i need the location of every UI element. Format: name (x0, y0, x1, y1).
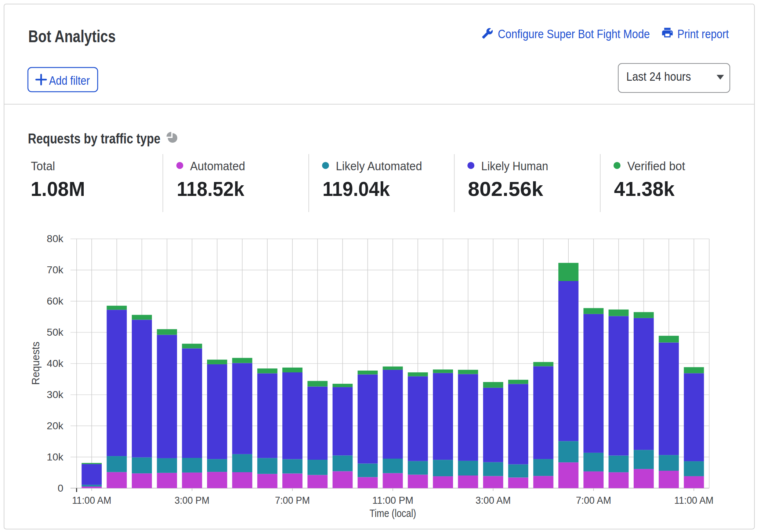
svg-text:11:00 AM: 11:00 AM (674, 495, 714, 506)
svg-text:Requests: Requests (29, 342, 41, 385)
svg-text:41.38k: 41.38k (614, 178, 675, 200)
svg-text:118.52k: 118.52k (177, 178, 245, 200)
svg-text:20k: 20k (47, 420, 64, 431)
svg-text:Add filter: Add filter (49, 74, 90, 87)
svg-text:Likely Automated: Likely Automated (336, 159, 422, 173)
svg-text:10k: 10k (47, 451, 64, 463)
svg-text:11:00 PM: 11:00 PM (372, 495, 413, 506)
svg-text:30k: 30k (47, 389, 64, 400)
svg-text:Total: Total (31, 159, 55, 173)
svg-text:80k: 80k (47, 233, 64, 244)
svg-text:11:00 AM: 11:00 AM (72, 495, 111, 506)
svg-text:Bot Analytics: Bot Analytics (28, 27, 116, 46)
svg-text:60k: 60k (47, 295, 64, 307)
svg-text:Print report: Print report (677, 27, 729, 41)
svg-text:802.56k: 802.56k (468, 178, 543, 200)
svg-text:Automated: Automated (190, 159, 245, 173)
svg-text:Time (local): Time (local) (370, 507, 416, 519)
svg-text:3:00 AM: 3:00 AM (475, 495, 511, 506)
svg-text:Last 24 hours: Last 24 hours (626, 70, 691, 83)
svg-text:70k: 70k (47, 264, 64, 276)
svg-text:Requests by traffic type: Requests by traffic type (28, 131, 160, 146)
svg-text:Configure Super Bot Fight Mode: Configure Super Bot Fight Mode (498, 27, 650, 41)
svg-text:0: 0 (58, 482, 64, 494)
svg-text:1.08M: 1.08M (31, 178, 85, 200)
svg-text:40k: 40k (47, 358, 64, 369)
svg-text:50k: 50k (47, 327, 64, 338)
svg-text:Verified bot: Verified bot (627, 159, 685, 173)
svg-text:Likely Human: Likely Human (481, 159, 548, 173)
svg-text:119.04k: 119.04k (323, 178, 390, 200)
svg-text:7:00 PM: 7:00 PM (275, 495, 310, 506)
svg-text:3:00 PM: 3:00 PM (175, 495, 210, 506)
svg-text:7:00 AM: 7:00 AM (576, 495, 611, 506)
